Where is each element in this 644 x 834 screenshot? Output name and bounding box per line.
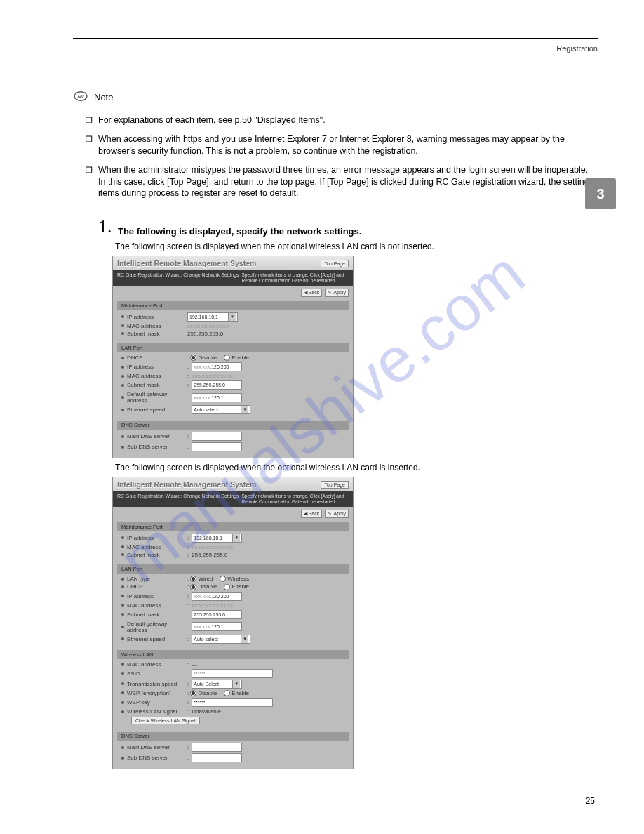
step-subtext-2: The following screen is displayed when t… — [115, 463, 598, 472]
radio-disable[interactable] — [190, 355, 196, 361]
top-page-button[interactable]: Top Page — [321, 481, 349, 489]
gateway-input[interactable]: xxx.xxx.120.1 — [192, 622, 242, 631]
label-lantype: LAN type — [127, 576, 185, 582]
radio-enable[interactable] — [224, 584, 230, 590]
gateway-input[interactable]: xxx.xxx.120.1 — [192, 393, 242, 402]
label-mac: MAC address — [127, 544, 185, 550]
wlan-mac: --- — [192, 661, 344, 668]
label-wsig: Wireless LAN signal — [127, 708, 185, 715]
shot-title: Intelligent Remote Management System — [117, 480, 256, 489]
wep-radio-group: : DisableEnable — [187, 690, 249, 696]
label-maindns: Main DNS server — [127, 433, 185, 439]
label-mac: MAC address — [127, 373, 185, 379]
back-icon: ◀ — [304, 511, 307, 517]
apply-button[interactable]: ✎Apply — [325, 289, 349, 297]
lan-ip-input[interactable]: xxx.xxx.120.200 — [192, 362, 242, 371]
subbar-instruction: Specify network items to change. Click [… — [239, 272, 349, 284]
check-wlan-signal-button[interactable]: Check Wireless LAN Signal — [131, 717, 200, 724]
step-subtext: The following screen is displayed when t… — [115, 241, 598, 251]
wepkey-input[interactable]: ****** — [192, 698, 273, 707]
bullet-item: For explanations of each item, see p.50 … — [86, 114, 598, 126]
breadcrumb: RC Gate Registration Wizard: Change Netw… — [117, 272, 239, 284]
back-button[interactable]: ◀Back — [301, 510, 323, 518]
chapter-tab: 3 — [585, 178, 616, 209]
ethernet-speed-select[interactable]: Auto select▼ — [192, 635, 250, 644]
step-text: The following is displayed, specify the … — [118, 226, 361, 237]
shot-title: Intelligent Remote Management System — [117, 259, 256, 267]
note-icon — [73, 89, 88, 105]
label-espeed: Ethernet speed — [127, 406, 185, 413]
screenshot-no-wlan: Intelligent Remote Management System Top… — [112, 256, 354, 458]
label-subnet: Subnet mask — [127, 331, 185, 337]
radio-wireless[interactable] — [220, 576, 226, 582]
ethernet-speed-select[interactable]: Auto select▼ — [192, 405, 250, 414]
top-rule — [73, 38, 598, 39]
label-subnet: Subnet mask — [127, 552, 185, 558]
lan-mac: xx:xx:xx:xx:xx:xx — [192, 602, 344, 609]
maint-ip-select[interactable]: 192.168.10.1▼ — [192, 534, 242, 543]
label-subdns: Sub DNS server — [127, 755, 185, 761]
maint-subnet: 255.255.255.0 — [192, 552, 344, 558]
transmission-speed-select[interactable]: Auto Select▼ — [192, 680, 242, 689]
subbar-instruction: Specify network items to change. Click [… — [239, 494, 349, 505]
radio-disable[interactable] — [190, 584, 196, 590]
page-number: 25 — [586, 796, 595, 806]
section-dns: DNS Server — [117, 732, 349, 741]
label-gateway: Default gateway address — [127, 621, 185, 633]
label-mac: MAC address — [127, 602, 185, 609]
lan-ip-input[interactable]: xxx.xxx.120.200 — [192, 592, 242, 601]
sub-dns-input[interactable] — [192, 442, 242, 451]
label-subdns: Sub DNS server — [127, 444, 185, 450]
radio-wired[interactable] — [190, 576, 196, 582]
bullet-item: When the administrator mistypes the pass… — [86, 164, 598, 200]
radio-enable[interactable] — [224, 355, 230, 361]
section-wlan: Wireless LAN — [117, 650, 349, 659]
label-ip: IP address — [127, 535, 185, 541]
bullet-item: When accessing with https and you use In… — [86, 133, 598, 157]
main-dns-input[interactable] — [192, 432, 242, 441]
label-ip: IP address — [127, 364, 185, 370]
maint-subnet: 255.255.255.0 — [187, 331, 344, 337]
label-tspeed: Transmission speed — [127, 681, 185, 687]
maint-mac: xx:xx:xx:xx:xx:xx — [187, 323, 344, 329]
maint-ip-select[interactable]: 192.168.10.1▼ — [187, 312, 238, 322]
label-ip: IP address — [127, 593, 185, 600]
breadcrumb: RC Gate Registration Wizard: Change Netw… — [117, 494, 239, 505]
dhcp-radio-group: : DisableEnable — [187, 583, 249, 590]
section-lan: LAN Port — [117, 343, 349, 352]
label-maindns: Main DNS server — [127, 744, 185, 750]
label-subnet: Subnet mask — [127, 611, 185, 618]
label-espeed: Ethernet speed — [127, 636, 185, 642]
section-maintenance: Maintenance Port — [117, 301, 349, 310]
dhcp-radio-group: : DisableEnable — [187, 355, 249, 361]
label-ssid: SSID — [127, 670, 185, 677]
lan-subnet-input[interactable]: 255.255.255.0 — [192, 610, 242, 619]
screenshot-with-wlan: Intelligent Remote Management System Top… — [112, 477, 354, 769]
top-page-button[interactable]: Top Page — [321, 260, 349, 267]
apply-button[interactable]: ✎Apply — [325, 510, 349, 518]
lan-mac: xx:xx:xx:xx:xx:xx — [192, 373, 344, 379]
section-dns: DNS Server — [117, 421, 349, 430]
main-dns-input[interactable] — [192, 743, 242, 752]
label-mac: MAC address — [127, 323, 185, 329]
ssid-input[interactable]: ****** — [192, 669, 273, 678]
back-button[interactable]: ◀Back — [301, 289, 323, 297]
page-header-right: Registration — [73, 44, 598, 53]
label-wep: WEP (encryption) — [127, 690, 185, 696]
lan-subnet-input[interactable]: 255.255.255.0 — [192, 380, 242, 390]
lantype-radio-group: : WiredWireless — [187, 576, 249, 582]
label-ip: IP address — [127, 314, 185, 320]
sub-dns-input[interactable] — [192, 753, 242, 762]
wlan-signal: Unavailable — [192, 708, 344, 715]
maint-mac: xx:xx:xx:xx:xx:xx — [192, 544, 344, 550]
note-label: Note — [94, 92, 113, 102]
section-maintenance: Maintenance Port — [117, 522, 349, 531]
step-number: 1. — [98, 216, 112, 237]
step-heading: 1. The following is displayed, specify t… — [98, 216, 598, 237]
radio-enable[interactable] — [224, 690, 230, 696]
label-dhcp: DHCP — [127, 355, 185, 361]
label-subnet: Subnet mask — [127, 382, 185, 388]
apply-icon: ✎ — [328, 511, 332, 517]
radio-disable[interactable] — [190, 690, 196, 696]
note-row: Note — [73, 89, 598, 105]
